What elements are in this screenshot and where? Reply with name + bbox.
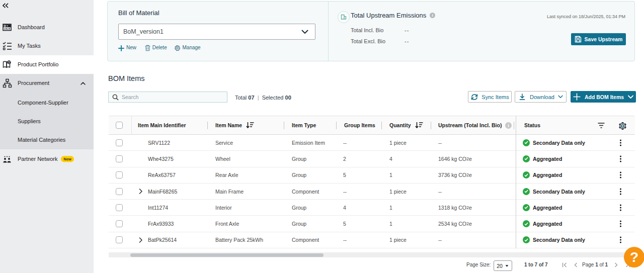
svg-text:i: i [432,13,433,18]
svg-text:i: i [508,123,510,128]
